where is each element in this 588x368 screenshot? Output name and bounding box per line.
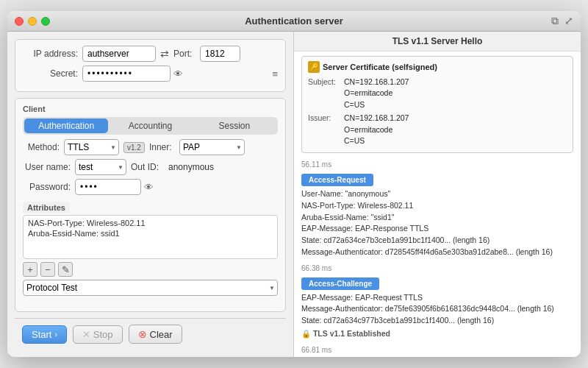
log-line-1-1: User-Name: "anonymous" bbox=[301, 188, 573, 200]
password-field-container: 👁 bbox=[75, 179, 154, 195]
cert-title-text: Server Certificate (selfsigned) bbox=[323, 61, 437, 74]
version-badge: v1.2 bbox=[123, 142, 145, 153]
traffic-lights bbox=[15, 17, 50, 26]
start-chevron-icon: › bbox=[54, 330, 57, 339]
main-content: IP address: ⇄ Port: Secret: 👁 ≡ C bbox=[7, 32, 581, 357]
inner-label: Inner: bbox=[149, 142, 175, 152]
ip-input[interactable] bbox=[82, 46, 156, 62]
badge-1: Access-Request bbox=[301, 174, 373, 186]
stop-x-icon: ✕ bbox=[82, 329, 90, 340]
issuer-value: CN=192.168.1.207O=ermitacodeC=US bbox=[344, 113, 409, 147]
method-select[interactable]: TTLS PEAP EAP-TLS bbox=[64, 139, 119, 155]
username-label: User name: bbox=[23, 162, 71, 172]
minimize-button[interactable] bbox=[28, 17, 37, 26]
method-row: Method: TTLS PEAP EAP-TLS v1.2 Inner: PA… bbox=[23, 139, 278, 155]
outid-label: Out ID: bbox=[131, 162, 164, 172]
titlebar: Authentication server ⧉ ⤢ bbox=[7, 11, 581, 32]
method-label: Method: bbox=[23, 142, 60, 152]
secret-row: Secret: 👁 ≡ bbox=[23, 66, 278, 82]
log-line-1-4: EAP-Message: EAP-Response TTLS bbox=[301, 223, 573, 235]
password-row: Password: 👁 bbox=[23, 179, 278, 195]
tls-header: TLS v1.1 Server Hello bbox=[294, 32, 581, 52]
subject-value: CN=192.168.1.207O=ermitacodeC=US bbox=[344, 77, 409, 111]
inner-select[interactable]: PAP CHAP MSCHAPv2 bbox=[179, 139, 245, 155]
attributes-label: Attributes bbox=[23, 202, 70, 213]
cert-box: 🔑 Server Certificate (selfsigned) Subjec… bbox=[301, 56, 573, 153]
attr-line-1: NAS-Port-Type: Wireless-802.11 bbox=[28, 219, 273, 227]
swap-icon[interactable]: ⇄ bbox=[160, 48, 169, 60]
log-block-3: 66.81 ms Access-Request User-Name: "anon… bbox=[301, 344, 573, 358]
add-attribute-button[interactable]: + bbox=[23, 262, 37, 277]
subject-row: Subject: CN=192.168.1.207O=ermitacodeC=U… bbox=[308, 77, 567, 111]
secret-eye-icon[interactable]: 👁 bbox=[173, 68, 183, 79]
stop-button[interactable]: ✕ Stop bbox=[73, 325, 123, 344]
stop-label: Stop bbox=[93, 329, 113, 340]
tab-accounting[interactable]: Accounting bbox=[108, 118, 192, 133]
edit-attribute-button[interactable]: ✎ bbox=[58, 262, 73, 277]
maximize-button[interactable] bbox=[41, 17, 50, 26]
start-button[interactable]: Start › bbox=[22, 325, 67, 344]
username-row: User name: test Out ID: anonymous bbox=[23, 159, 278, 175]
password-input[interactable] bbox=[75, 179, 141, 195]
log-area[interactable]: 🔑 Server Certificate (selfsigned) Subjec… bbox=[294, 52, 581, 357]
password-eye-icon[interactable]: 👁 bbox=[144, 182, 154, 193]
log-line-2-1: EAP-Message: EAP-Request TTLS bbox=[301, 292, 573, 304]
issuer-row: Issuer: CN=192.168.1.207O=ermitacodeC=US bbox=[308, 113, 567, 147]
clear-button[interactable]: ⊗ Clear bbox=[129, 325, 182, 344]
outid-value: anonymous bbox=[168, 162, 214, 172]
log-line-2-2: Message-Authenticator: de75fe63905f6b616… bbox=[301, 303, 573, 315]
tab-authentication[interactable]: Authentication bbox=[24, 118, 108, 133]
inner-select-container: PAP CHAP MSCHAPv2 bbox=[179, 139, 245, 155]
protocol-select-container: Protocol Test bbox=[23, 280, 278, 296]
copy-icon[interactable]: ⧉ bbox=[551, 15, 559, 27]
ip-row: IP address: ⇄ Port: bbox=[23, 46, 278, 62]
ip-label: IP address: bbox=[23, 49, 78, 59]
badge-2: Access-Challenge bbox=[301, 277, 379, 290]
timestamp-2: 66.38 ms bbox=[301, 263, 573, 274]
cert-title: 🔑 Server Certificate (selfsigned) bbox=[308, 61, 567, 74]
protocol-select[interactable]: Protocol Test bbox=[23, 280, 278, 296]
start-label: Start bbox=[32, 329, 51, 340]
log-block-2: 66.38 ms Access-Challenge EAP-Message: E… bbox=[301, 263, 573, 340]
log-line-1-5: State: cd72a634ce7b3ceb1a991bc1f1400... … bbox=[301, 235, 573, 247]
username-select[interactable]: test bbox=[75, 159, 126, 175]
password-label: Password: bbox=[23, 182, 71, 192]
remove-attribute-button[interactable]: − bbox=[40, 262, 55, 277]
tab-session[interactable]: Session bbox=[193, 118, 276, 133]
close-button[interactable] bbox=[15, 17, 24, 26]
protocol-row: Protocol Test bbox=[23, 280, 278, 296]
log-line-1-2: NAS-Port-Type: Wireless-802.11 bbox=[301, 200, 573, 212]
client-section: Client Authentication Accounting Session… bbox=[15, 98, 286, 312]
secret-field-container: 👁 bbox=[82, 66, 183, 82]
expand-icon[interactable]: ⤢ bbox=[564, 15, 573, 27]
port-input[interactable] bbox=[200, 46, 240, 62]
log-line-1-6: Message-Authenticator: d728545ff4f4d6a5e… bbox=[301, 247, 573, 258]
client-label: Client bbox=[23, 105, 278, 113]
issuer-label: Issuer: bbox=[308, 113, 341, 147]
clear-circle-icon: ⊗ bbox=[138, 328, 147, 340]
method-select-container: TTLS PEAP EAP-TLS bbox=[64, 139, 119, 155]
attributes-box: NAS-Port-Type: Wireless-802.11 Aruba-Ess… bbox=[23, 215, 278, 259]
secret-label: Secret: bbox=[23, 68, 78, 79]
titlebar-icons: ⧉ ⤢ bbox=[551, 15, 573, 27]
tls-established-text: 🔒 TLS v1.1 Established bbox=[301, 328, 573, 340]
timestamp-3: 66.81 ms bbox=[301, 344, 573, 355]
log-line-2-3: State: cd72a634c977b3ceb1a991bc1f1400...… bbox=[301, 315, 573, 327]
timestamp-1: 56.11 ms bbox=[301, 159, 573, 170]
attributes-section: Attributes NAS-Port-Type: Wireless-802.1… bbox=[23, 202, 278, 277]
secret-extra-icon[interactable]: ≡ bbox=[272, 68, 278, 79]
username-select-container: test bbox=[75, 159, 126, 175]
log-block-1: 56.11 ms Access-Request User-Name: "anon… bbox=[301, 159, 573, 258]
tabs-container: Authentication Accounting Session bbox=[23, 117, 278, 135]
secret-input[interactable] bbox=[82, 66, 171, 82]
auth-server-section: IP address: ⇄ Port: Secret: 👁 ≡ bbox=[15, 39, 286, 92]
clear-label: Clear bbox=[150, 329, 173, 340]
left-panel: IP address: ⇄ Port: Secret: 👁 ≡ C bbox=[7, 32, 294, 357]
attr-line-2: Aruba-Essid-Name: ssid1 bbox=[28, 229, 273, 238]
port-label: Port: bbox=[173, 49, 196, 59]
subject-label: Subject: bbox=[308, 77, 341, 111]
window-title: Authentication server bbox=[245, 15, 343, 26]
right-panel: TLS v1.1 Server Hello 🔑 Server Certifica… bbox=[294, 32, 581, 357]
log-line-1-3: Aruba-Essid-Name: "ssid1" bbox=[301, 212, 573, 224]
bottom-bar: Start › ✕ Stop ⊗ Clear bbox=[15, 318, 286, 350]
